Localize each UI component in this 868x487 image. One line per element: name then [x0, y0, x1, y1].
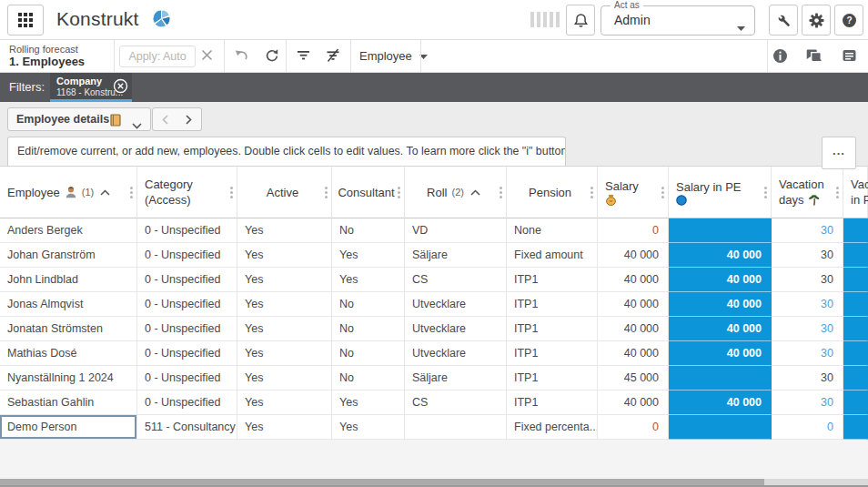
column-header-category-access-[interactable]: Category(Access) — [137, 167, 237, 218]
cell[interactable]: ITP1 — [507, 341, 598, 366]
redo-button[interactable] — [265, 48, 279, 66]
cell[interactable]: 30 — [772, 243, 843, 268]
cell[interactable]: 40 000 — [669, 391, 772, 415]
cell[interactable]: Yes — [237, 341, 332, 366]
more-options-button[interactable]: ... — [822, 137, 856, 169]
column-header-consultant[interactable]: Consultant — [332, 167, 405, 218]
cell[interactable]: 40 000 — [598, 317, 669, 341]
column-menu-icon[interactable] — [762, 185, 768, 200]
column-header-roll[interactable]: Roll(2) — [405, 167, 507, 218]
view-selector-employee-details[interactable]: Employee details — [7, 107, 151, 131]
cell[interactable]: 40 000 — [598, 268, 669, 292]
admin-tools-button[interactable] — [769, 5, 798, 36]
column-menu-icon[interactable] — [660, 185, 665, 200]
next-view-button[interactable] — [177, 107, 202, 131]
cell[interactable] — [843, 243, 868, 268]
cell[interactable]: 40 000 — [669, 317, 772, 341]
cell[interactable]: ITP1 — [507, 366, 598, 391]
column-menu-icon[interactable] — [228, 185, 234, 200]
horizontal-scrollbar[interactable] — [0, 479, 868, 486]
cell[interactable]: Yes — [237, 292, 332, 317]
column-header-employee[interactable]: Employee(1) — [0, 167, 137, 218]
cell[interactable] — [669, 415, 772, 440]
column-header-vacation-days-in-pe[interactable]: Vacation daysin PE — [843, 167, 868, 218]
cell[interactable]: ITP1 — [507, 317, 598, 341]
cell[interactable]: Utvecklare — [405, 317, 507, 341]
column-menu-icon[interactable] — [498, 185, 503, 200]
cell[interactable]: 30 — [772, 292, 843, 317]
help-button[interactable]: ? — [834, 5, 863, 36]
cell[interactable] — [843, 317, 868, 341]
cell[interactable]: No — [332, 292, 405, 317]
cell[interactable]: Yes — [332, 391, 405, 415]
cell[interactable]: 0 - Unspecified — [137, 292, 237, 317]
cell[interactable]: CS — [405, 268, 507, 292]
cell[interactable]: 0 - Unspecified — [137, 366, 237, 391]
cell[interactable] — [669, 366, 772, 391]
cell[interactable]: Yes — [237, 243, 332, 268]
info-button[interactable] — [772, 48, 788, 67]
column-header-salary-in-pe[interactable]: Salary in PE — [669, 167, 772, 218]
column-menu-icon[interactable] — [396, 185, 401, 200]
cell[interactable]: 40 000 — [669, 243, 772, 268]
column-menu-icon[interactable] — [834, 185, 840, 200]
filter-chip-company[interactable]: Company 1168 - Konstru... — [50, 73, 132, 102]
cell[interactable]: 45 000 — [598, 366, 669, 391]
cell[interactable]: ITP1 — [507, 391, 598, 415]
cell[interactable]: Utvecklare — [405, 292, 507, 317]
cell[interactable]: 40 000 — [598, 243, 669, 268]
cell[interactable] — [843, 341, 868, 366]
cell[interactable] — [843, 292, 868, 317]
scrollbar-thumb[interactable] — [0, 479, 764, 486]
column-header-pension[interactable]: Pension — [507, 167, 598, 218]
cell[interactable] — [405, 415, 507, 440]
notifications-button[interactable] — [566, 5, 595, 36]
cell[interactable]: 40 000 — [598, 391, 669, 415]
cell[interactable]: 0 - Unspecified — [137, 243, 237, 268]
cell[interactable]: 40 000 — [669, 292, 772, 317]
cell[interactable] — [843, 366, 868, 391]
cell[interactable]: Yes — [332, 243, 405, 268]
cell[interactable] — [843, 268, 868, 292]
notes-button[interactable] — [842, 48, 857, 67]
cell[interactable]: Johan Granström — [0, 243, 137, 268]
cell[interactable]: Yes — [237, 391, 332, 415]
cell[interactable]: Yes — [237, 317, 332, 341]
filter-chip-remove-button[interactable] — [113, 78, 128, 97]
cell[interactable]: Yes — [237, 218, 332, 243]
cell[interactable]: Jonas Almqvist — [0, 292, 137, 317]
column-header-salary[interactable]: Salary — [598, 167, 669, 218]
cell[interactable]: Yes — [237, 415, 332, 440]
app-menu-button[interactable] — [7, 5, 44, 36]
cell[interactable]: 40 000 — [669, 341, 772, 366]
cell[interactable] — [843, 391, 868, 415]
clear-filter-button[interactable] — [326, 48, 340, 66]
settings-button[interactable] — [802, 5, 831, 36]
cell[interactable] — [843, 218, 868, 243]
cell[interactable]: Yes — [332, 415, 405, 440]
cell[interactable]: Fixed percenta... — [507, 415, 598, 440]
cell[interactable]: John Lindblad — [0, 268, 137, 292]
cell[interactable]: 30 — [772, 218, 843, 243]
column-header-vacation-days[interactable]: Vacationdays — [772, 167, 843, 218]
cell[interactable]: Utvecklare — [405, 341, 507, 366]
filter-button[interactable] — [297, 48, 310, 66]
cell[interactable]: 0 — [598, 218, 669, 243]
cell[interactable]: Jonatan Strömsten — [0, 317, 137, 341]
column-header-active[interactable]: Active — [237, 167, 332, 218]
cell[interactable]: Nyanställning 1 2024 — [0, 366, 137, 391]
cell[interactable]: Fixed amount — [507, 243, 598, 268]
column-menu-icon[interactable] — [128, 185, 134, 200]
cell[interactable]: 0 — [772, 415, 843, 440]
cell[interactable]: Demo Person — [0, 415, 137, 440]
cell[interactable] — [669, 218, 772, 243]
cell[interactable]: 30 — [772, 391, 843, 415]
comments-button[interactable] — [806, 48, 823, 67]
cell[interactable]: 40 000 — [669, 268, 772, 292]
cell[interactable]: No — [332, 341, 405, 366]
cell[interactable]: 0 - Unspecified — [137, 268, 237, 292]
cell[interactable]: 40 000 — [598, 341, 669, 366]
cell[interactable]: VD — [405, 218, 507, 243]
cell[interactable]: Yes — [332, 268, 405, 292]
cell[interactable]: 0 - Unspecified — [137, 341, 237, 366]
